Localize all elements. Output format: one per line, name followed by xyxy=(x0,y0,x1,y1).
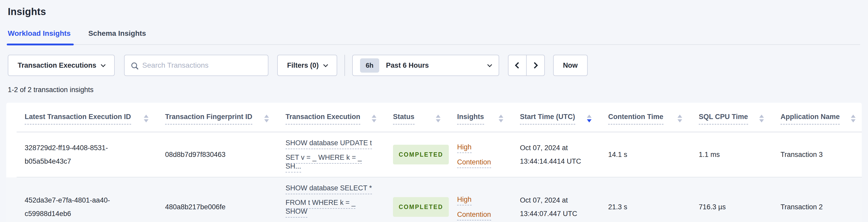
status-cell: COMPLETED xyxy=(393,197,457,217)
toolbar-divider xyxy=(344,55,345,76)
toolbar: Transaction Executions Filters (0) 6h Pa… xyxy=(8,55,860,76)
column-header-sql-cpu-time: SQL CPU Time xyxy=(699,113,780,125)
search-input[interactable] xyxy=(142,61,261,70)
sort-icon[interactable] xyxy=(678,115,682,122)
table-row: 452da3e7-e7fa-4801-aa40- c59988d14eb6 48… xyxy=(6,178,862,222)
tab-workload-insights[interactable]: Workload Insights xyxy=(8,29,72,44)
status-cell: COMPLETED xyxy=(393,145,457,164)
search-box[interactable] xyxy=(124,55,269,76)
table-row: 328729d2-ff19-4408-8531- b05a5b4e43c7 08… xyxy=(6,132,862,178)
filters-button[interactable]: Filters (0) xyxy=(277,55,337,76)
latest-transaction-execution-id-cell: 452da3e7-e7fa-4801-aa40- c59988d14eb6 xyxy=(17,193,165,220)
column-header-status: Status xyxy=(393,113,457,125)
sort-icon[interactable] xyxy=(436,115,440,122)
chevron-right-icon xyxy=(531,62,538,68)
start-time-cell: Oct 07, 2024 at 13:44:07.447 UTC xyxy=(520,193,608,220)
high-contention-link[interactable]: High Contention xyxy=(457,143,491,168)
now-label: Now xyxy=(563,61,578,69)
previous-interval-button[interactable] xyxy=(508,55,527,76)
transaction-fingerprint-id-cell: 08d8b7d97f830463 xyxy=(165,148,285,161)
filters-label: Filters (0) xyxy=(287,61,319,69)
transaction-execution-link[interactable]: SHOW database SELECT * xyxy=(285,184,372,194)
now-button[interactable]: Now xyxy=(553,55,588,76)
sql-cpu-time-cell: 1.1 ms xyxy=(699,148,780,161)
sort-icon[interactable] xyxy=(851,115,856,122)
start-time-cell: Oct 07, 2024 at 13:44:14.4414 UTC xyxy=(520,141,608,168)
transaction-execution-link[interactable]: SET v = _ WHERE k = _ SH... xyxy=(285,154,362,172)
table-header: Latest Transaction Execution ID Transact… xyxy=(6,103,862,132)
column-header-application-name: Application Name xyxy=(780,113,862,125)
chevron-left-icon xyxy=(515,62,521,68)
execution-type-label: Transaction Executions xyxy=(18,61,96,69)
insights-table-card: Latest Transaction Execution ID Transact… xyxy=(6,103,862,222)
time-range-label: Past 6 Hours xyxy=(386,61,483,69)
time-range-picker[interactable]: 6h Past 6 Hours xyxy=(352,55,499,76)
column-header-latest-transaction-execution-id: Latest Transaction Execution ID xyxy=(17,113,165,125)
execution-type-dropdown[interactable]: Transaction Executions xyxy=(8,55,115,76)
insights-cell: High Contention xyxy=(457,139,520,169)
contention-time-cell: 14.1 s xyxy=(608,148,699,161)
chevron-down-icon xyxy=(323,62,328,67)
tab-schema-insights[interactable]: Schema Insights xyxy=(88,29,147,44)
column-header-contention-time: Contention Time xyxy=(608,113,699,125)
tab-bar: Workload Insights Schema Insights xyxy=(8,29,860,45)
time-nav-group xyxy=(508,55,545,76)
high-contention-link[interactable]: High Contention xyxy=(457,195,491,220)
application-name-cell: Transaction 3 xyxy=(780,148,862,161)
transaction-execution-link[interactable]: SHOW database UPDATE t xyxy=(285,139,372,149)
transaction-fingerprint-id-cell: 480a8b217be006fe xyxy=(165,200,285,214)
contention-time-cell: 21.3 s xyxy=(608,200,699,214)
page-title: Insights xyxy=(8,6,860,18)
sort-icon[interactable] xyxy=(372,115,376,122)
status-badge: COMPLETED xyxy=(393,145,449,164)
status-badge: COMPLETED xyxy=(393,197,449,217)
sql-cpu-time-cell: 716.3 µs xyxy=(699,200,780,214)
transaction-execution-link[interactable]: FROM t WHERE k = _ SHOW xyxy=(285,199,355,218)
chevron-down-icon xyxy=(101,62,105,67)
next-interval-button[interactable] xyxy=(526,55,545,76)
insights-cell: High Contention xyxy=(457,192,520,222)
column-header-transaction-fingerprint-id: Transaction Fingerprint ID xyxy=(165,113,285,125)
transaction-execution-cell: SHOW database SELECT * FROM t WHERE k = … xyxy=(285,184,393,222)
column-header-transaction-execution: Transaction Execution xyxy=(285,113,393,125)
chevron-down-icon xyxy=(487,62,492,67)
sort-desc-icon[interactable] xyxy=(587,115,592,122)
column-header-insights: Insights xyxy=(457,113,520,125)
sort-icon[interactable] xyxy=(264,115,269,122)
transaction-execution-cell: SHOW database UPDATE t SET v = _ WHERE k… xyxy=(285,138,393,171)
application-name-cell: Transaction 2 xyxy=(780,200,862,214)
column-header-start-time: Start Time (UTC) xyxy=(520,113,608,125)
latest-transaction-execution-id-cell: 328729d2-ff19-4408-8531- b05a5b4e43c7 xyxy=(17,141,165,168)
sort-icon[interactable] xyxy=(144,115,149,122)
results-summary: 1-2 of 2 transaction insights xyxy=(8,86,860,94)
sort-icon[interactable] xyxy=(759,115,764,122)
sort-icon[interactable] xyxy=(499,115,503,122)
time-range-badge: 6h xyxy=(360,58,379,73)
search-icon xyxy=(131,63,137,68)
